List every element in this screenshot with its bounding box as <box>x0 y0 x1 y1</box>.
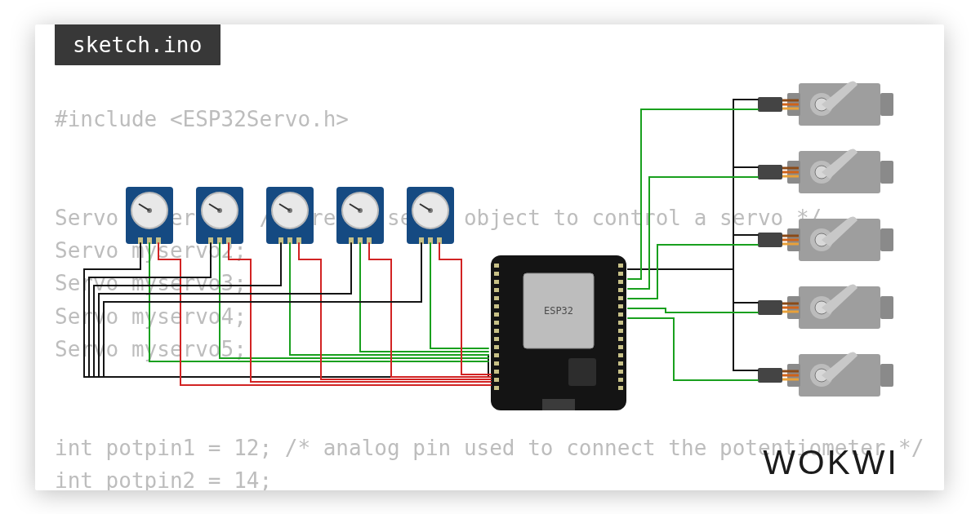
svg-rect-76 <box>758 97 782 112</box>
svg-rect-48 <box>494 345 499 349</box>
svg-rect-44 <box>494 312 499 317</box>
svg-rect-42 <box>494 296 499 300</box>
esp32-board[interactable]: ESP32 <box>491 255 626 410</box>
circuit-diagram-svg: ESP32 <box>35 24 944 490</box>
servo-4[interactable] <box>758 284 893 329</box>
svg-rect-47 <box>494 337 499 341</box>
svg-rect-109 <box>880 364 893 387</box>
svg-rect-85 <box>758 165 782 179</box>
stage: sketch.ino #include <ESP32Servo.h> Servo… <box>0 0 980 514</box>
svg-rect-45 <box>494 321 499 325</box>
svg-rect-56 <box>618 280 623 284</box>
svg-rect-91 <box>880 228 893 251</box>
svg-rect-38 <box>494 264 499 268</box>
svg-rect-100 <box>880 296 893 319</box>
wokwi-brand: WOKWI <box>763 443 899 482</box>
svg-rect-66 <box>618 361 623 366</box>
potentiometer-5[interactable] <box>407 187 454 244</box>
svg-rect-51 <box>494 370 499 374</box>
svg-rect-82 <box>880 161 893 184</box>
potentiometer-3[interactable] <box>266 187 314 244</box>
svg-rect-36 <box>542 399 575 410</box>
svg-rect-40 <box>494 280 499 284</box>
potentiometer-2[interactable] <box>196 187 243 244</box>
pot-wires <box>84 243 491 385</box>
esp32-label: ESP32 <box>544 305 573 317</box>
svg-rect-55 <box>618 272 623 276</box>
svg-rect-57 <box>618 288 623 292</box>
potentiometers-row <box>126 187 454 244</box>
svg-rect-54 <box>618 264 623 268</box>
svg-rect-41 <box>494 288 499 292</box>
svg-rect-70 <box>568 358 596 386</box>
svg-rect-50 <box>494 361 499 366</box>
servo-1[interactable] <box>758 81 893 126</box>
servo-2[interactable] <box>758 148 893 193</box>
servos-column <box>758 81 893 397</box>
potentiometer-1[interactable] <box>126 187 173 244</box>
svg-rect-62 <box>618 329 623 333</box>
svg-rect-58 <box>618 296 623 300</box>
servo-5[interactable] <box>758 352 893 397</box>
svg-rect-69 <box>618 386 623 390</box>
svg-rect-68 <box>618 378 623 382</box>
servo-3[interactable] <box>758 216 893 261</box>
svg-rect-67 <box>618 370 623 374</box>
potentiometer-4[interactable] <box>336 187 384 244</box>
svg-rect-94 <box>758 233 782 247</box>
svg-rect-63 <box>618 337 623 341</box>
svg-rect-59 <box>618 304 623 308</box>
svg-rect-46 <box>494 329 499 333</box>
svg-rect-65 <box>618 353 623 357</box>
svg-rect-39 <box>494 272 499 276</box>
svg-rect-64 <box>618 345 623 349</box>
card-panel: sketch.ino #include <ESP32Servo.h> Servo… <box>35 24 944 490</box>
svg-rect-53 <box>494 386 499 390</box>
svg-rect-52 <box>494 378 499 382</box>
svg-rect-60 <box>618 312 623 317</box>
svg-rect-43 <box>494 304 499 308</box>
svg-rect-103 <box>758 300 782 315</box>
svg-rect-73 <box>880 93 893 116</box>
svg-rect-61 <box>618 321 623 325</box>
svg-rect-112 <box>758 368 782 383</box>
svg-rect-49 <box>494 353 499 357</box>
servo-wires <box>628 100 758 380</box>
